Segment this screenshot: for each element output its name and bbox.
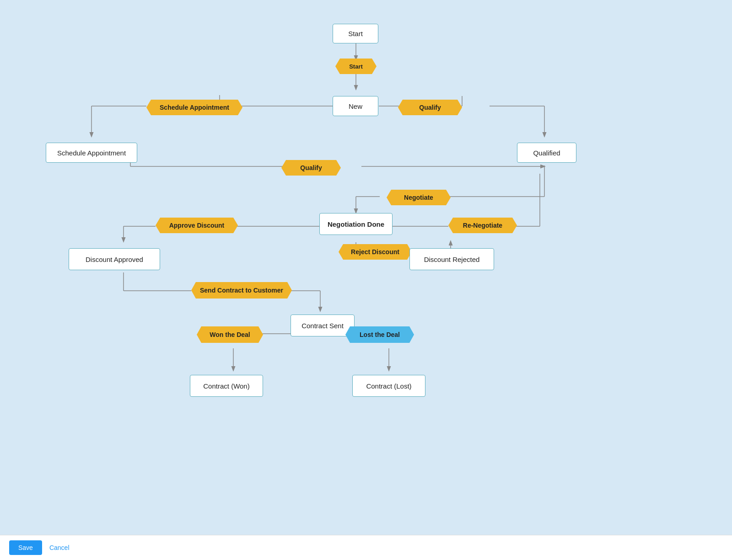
reject-discount-action[interactable]: Reject Discount — [339, 244, 412, 260]
renegotiate-action[interactable]: Re-Negotiate — [448, 218, 517, 233]
contract-sent-node[interactable]: Contract Sent — [291, 315, 355, 336]
save-button[interactable]: Save — [9, 540, 42, 555]
negotiate-action[interactable]: Negotiate — [387, 190, 451, 205]
discount-rejected-node[interactable]: Discount Rejected — [409, 248, 494, 270]
schedule-appointment-action[interactable]: Schedule Appointment — [146, 100, 242, 115]
start-action[interactable]: Start — [335, 59, 377, 74]
schedule-appointment-node[interactable]: Schedule Appointment — [46, 143, 137, 163]
discount-approved-node[interactable]: Discount Approved — [69, 248, 160, 270]
qualified-node[interactable]: Qualified — [517, 143, 576, 163]
start-node[interactable]: Start — [333, 24, 378, 43]
approve-discount-action[interactable]: Approve Discount — [156, 218, 238, 233]
contract-won-node[interactable]: Contract (Won) — [190, 375, 263, 397]
negotiation-done-node[interactable]: Negotiation Done — [319, 213, 393, 235]
footer: Save Cancel — [0, 535, 732, 560]
send-contract-action[interactable]: Send Contract to Customer — [191, 282, 292, 299]
flowchart-canvas: Start Start New Schedule Appointment Qua… — [0, 0, 732, 535]
cancel-button[interactable]: Cancel — [49, 544, 70, 551]
new-node[interactable]: New — [333, 96, 378, 116]
qualify-action-right[interactable]: Qualify — [398, 100, 462, 115]
contract-lost-node[interactable]: Contract (Lost) — [352, 375, 425, 397]
lost-deal-action[interactable]: Lost the Deal — [345, 326, 414, 343]
won-deal-action[interactable]: Won the Deal — [197, 326, 263, 343]
qualify-action-center[interactable]: Qualify — [281, 160, 341, 176]
